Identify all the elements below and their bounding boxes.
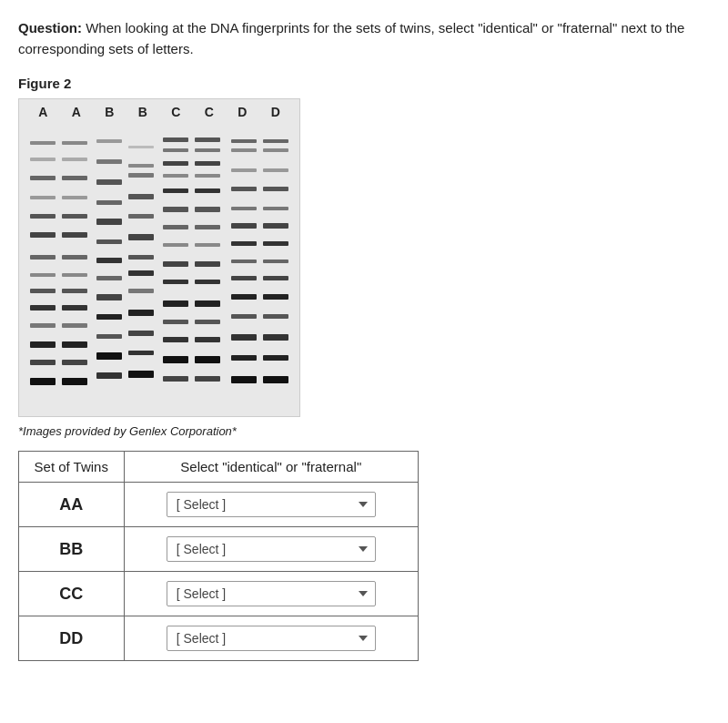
svg-rect-0	[30, 141, 56, 145]
svg-rect-31	[128, 164, 154, 168]
svg-rect-7	[62, 196, 87, 199]
select-aa[interactable]: [ Select ]identicalfraternal	[167, 492, 376, 517]
dna-column-labels: A A B B C C D D	[19, 99, 299, 123]
svg-rect-98	[231, 260, 257, 263]
svg-rect-76	[163, 320, 188, 324]
svg-rect-101	[263, 276, 288, 280]
svg-rect-36	[96, 219, 122, 225]
svg-rect-95	[263, 223, 288, 229]
svg-rect-20	[30, 323, 56, 328]
svg-rect-68	[163, 243, 188, 247]
svg-rect-64	[163, 207, 188, 212]
svg-rect-39	[128, 234, 154, 240]
svg-rect-6	[30, 196, 56, 199]
twin-label-bb: BB	[19, 527, 125, 572]
svg-rect-13	[62, 255, 87, 260]
svg-rect-65	[195, 207, 220, 212]
svg-rect-93	[263, 207, 288, 210]
select-bb[interactable]: [ Select ]identicalfraternal	[167, 536, 376, 562]
svg-rect-49	[128, 331, 154, 336]
svg-rect-106	[231, 334, 257, 341]
svg-rect-82	[163, 376, 188, 382]
svg-rect-24	[30, 360, 56, 365]
svg-rect-80	[163, 356, 188, 363]
svg-rect-12	[30, 255, 56, 260]
image-credit: *Images provided by Genlex Corporation*	[18, 424, 710, 438]
svg-rect-55	[195, 137, 220, 142]
svg-rect-52	[96, 372, 122, 379]
svg-rect-79	[195, 337, 220, 342]
svg-rect-110	[231, 376, 257, 383]
svg-rect-74	[163, 300, 188, 307]
svg-rect-91	[263, 187, 288, 191]
svg-rect-70	[163, 261, 188, 267]
svg-rect-54	[163, 137, 188, 142]
svg-rect-61	[195, 174, 220, 178]
svg-rect-15	[62, 273, 87, 277]
svg-rect-81	[195, 356, 220, 363]
svg-rect-4	[30, 176, 56, 180]
answer-table: Set of Twins Select "identical" or "frat…	[18, 451, 419, 661]
question-text: When looking at the DNA fingerprints for…	[18, 20, 684, 56]
svg-rect-11	[62, 232, 87, 238]
svg-rect-40	[96, 258, 122, 263]
svg-rect-87	[263, 148, 288, 152]
svg-rect-90	[231, 187, 257, 191]
svg-rect-103	[263, 294, 288, 300]
svg-rect-43	[128, 270, 154, 276]
twin-label-aa: AA	[19, 483, 125, 527]
svg-rect-66	[163, 225, 188, 229]
svg-rect-50	[96, 352, 122, 360]
svg-rect-26	[30, 378, 56, 385]
svg-rect-41	[128, 255, 154, 260]
svg-rect-102	[231, 294, 257, 300]
select-cell-aa[interactable]: [ Select ]identicalfraternal	[124, 483, 418, 527]
svg-rect-75	[195, 300, 220, 307]
svg-rect-69	[195, 243, 220, 247]
svg-rect-19	[62, 305, 87, 311]
svg-rect-44	[96, 294, 122, 300]
svg-rect-92	[231, 207, 257, 210]
svg-rect-62	[163, 188, 188, 193]
svg-rect-84	[231, 139, 257, 143]
svg-rect-89	[263, 168, 288, 172]
select-dd[interactable]: [ Select ]identicalfraternal	[167, 626, 376, 651]
question-block: Question: When looking at the DNA finger…	[18, 18, 710, 59]
svg-rect-10	[30, 232, 56, 238]
svg-rect-107	[263, 334, 288, 341]
svg-rect-105	[263, 314, 288, 319]
svg-rect-109	[263, 355, 288, 361]
svg-rect-2	[30, 158, 56, 161]
figure-container: A A B B C C D D	[18, 98, 300, 417]
table-header-twins: Set of Twins	[19, 452, 125, 483]
svg-rect-78	[163, 337, 188, 342]
select-cell-cc[interactable]: [ Select ]identicalfraternal	[124, 572, 418, 616]
svg-rect-77	[195, 320, 220, 324]
svg-rect-5	[62, 176, 87, 180]
svg-rect-104	[231, 314, 257, 319]
svg-rect-8	[30, 214, 56, 219]
svg-rect-73	[195, 280, 220, 284]
svg-rect-58	[163, 161, 188, 166]
select-cell-dd[interactable]: [ Select ]identicalfraternal	[124, 616, 418, 661]
svg-rect-60	[163, 174, 188, 178]
svg-rect-111	[263, 376, 288, 383]
svg-rect-18	[30, 305, 56, 311]
figure-label: Figure 2	[18, 76, 710, 91]
svg-rect-22	[30, 341, 56, 348]
svg-rect-37	[128, 214, 154, 219]
svg-rect-35	[128, 194, 154, 199]
svg-rect-29	[128, 146, 154, 148]
svg-rect-94	[231, 223, 257, 229]
svg-rect-14	[30, 273, 56, 277]
svg-rect-34	[96, 200, 122, 205]
svg-rect-16	[30, 289, 56, 293]
svg-rect-25	[62, 360, 87, 365]
svg-rect-53	[128, 371, 154, 378]
select-cc[interactable]: [ Select ]identicalfraternal	[167, 581, 376, 606]
svg-rect-23	[62, 341, 87, 348]
svg-rect-97	[263, 241, 288, 246]
svg-rect-28	[96, 139, 122, 143]
svg-rect-38	[96, 239, 122, 244]
select-cell-bb[interactable]: [ Select ]identicalfraternal	[124, 527, 418, 572]
